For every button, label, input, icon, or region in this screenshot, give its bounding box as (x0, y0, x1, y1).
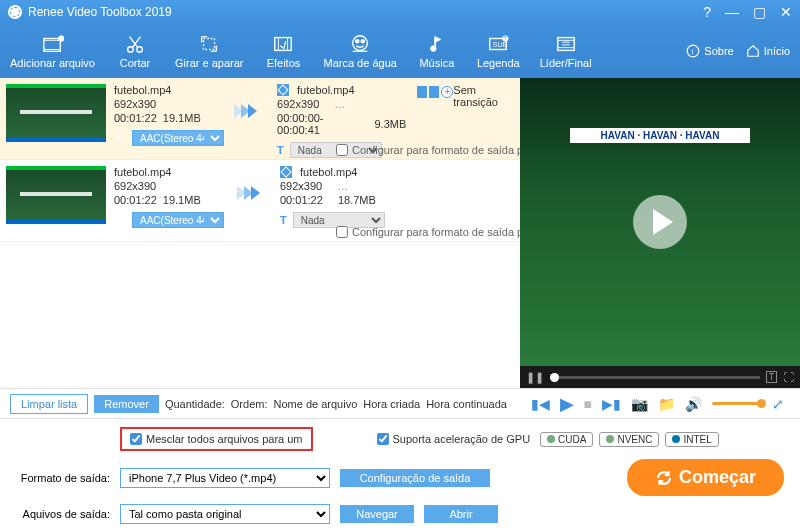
output-config-button[interactable]: Configuração de saída (340, 469, 490, 487)
more-icon[interactable]: … (337, 180, 348, 192)
music-button[interactable]: Música (407, 24, 467, 78)
file-row[interactable]: futebol.mp4 692x390 00:01:22 19.1MB AAC(… (0, 160, 520, 242)
src-size: 19.1MB (163, 112, 201, 124)
open-folder-button[interactable]: 📁 (658, 396, 675, 412)
watermark-button[interactable]: Marca de água (313, 24, 406, 78)
start-button[interactable]: Começar (627, 459, 784, 496)
volume-slider[interactable] (712, 402, 762, 405)
text-icon: T (277, 144, 284, 156)
gpu-checkbox[interactable] (377, 433, 389, 445)
prev-button[interactable]: ▮◀ (531, 396, 550, 412)
merge-checkbox[interactable] (130, 433, 142, 445)
help-icon[interactable]: ? (703, 4, 711, 20)
out-resolution: 692x390 (277, 98, 319, 110)
out-filename: futebol.mp4 (297, 84, 354, 96)
main-toolbar: Adicionar arquivo Cortar Girar e aparar … (0, 24, 800, 78)
out-size: 9.3MB (375, 118, 407, 130)
order-continued[interactable]: Hora continuada (426, 398, 507, 410)
volume-icon[interactable]: 🔊 (685, 396, 702, 412)
cut-label: Cortar (120, 57, 151, 69)
svg-rect-4 (204, 39, 215, 50)
nvenc-badge: NVENC (599, 432, 659, 447)
thumbnail (6, 166, 106, 224)
src-size: 19.1MB (163, 194, 201, 206)
pad-checkbox[interactable] (336, 226, 348, 238)
svg-point-7 (356, 39, 360, 43)
start-label: Começar (679, 467, 756, 488)
preview-panel: HAVAN · HAVAN · HAVAN ❚❚ 🅃 ⛶ (520, 78, 800, 388)
pad-checkbox[interactable] (336, 144, 348, 156)
src-resolution: 692x390 (114, 98, 224, 110)
watermark-label: Marca de água (323, 57, 396, 69)
effects-label: Efeitos (267, 57, 301, 69)
clear-list-button[interactable]: Limpar lista (10, 394, 88, 414)
fullscreen-icon[interactable]: ⛶ (783, 371, 794, 383)
edit-icon[interactable] (280, 166, 292, 178)
refresh-icon (655, 469, 673, 487)
transition-icon[interactable]: + (417, 86, 453, 98)
pad-label: Configurar para formato de saída pad (352, 144, 520, 156)
next-button[interactable]: ▶▮ (602, 396, 621, 412)
timecode-icon[interactable]: 🅃 (766, 371, 777, 383)
play-overlay-icon[interactable] (633, 195, 687, 249)
src-filename: futebol.mp4 (114, 84, 224, 96)
add-file-label: Adicionar arquivo (10, 57, 95, 69)
open-button[interactable]: Abrir (424, 505, 498, 523)
src-filename: futebol.mp4 (114, 166, 226, 178)
list-control-bar: Limpar lista Remover Quantidade: Ordem: … (0, 388, 800, 418)
cuda-badge: CUDA (540, 432, 593, 447)
subtitle-button[interactable]: SUBT Legenda (467, 24, 530, 78)
svg-text:i: i (692, 48, 694, 55)
remove-button[interactable]: Remover (94, 395, 159, 413)
order-by-time[interactable]: Hora criada (363, 398, 420, 410)
fullscreen-button[interactable]: ⤢ (772, 396, 784, 412)
svg-point-9 (430, 46, 436, 52)
cut-button[interactable]: Cortar (105, 24, 165, 78)
out-resolution: 692x390 (280, 180, 322, 192)
output-format-select[interactable]: iPhone 7,7 Plus Video (*.mp4) (120, 468, 330, 488)
edit-icon[interactable] (277, 84, 289, 96)
audio-select[interactable]: AAC(Stereo 44… (132, 130, 224, 146)
order-label: Ordem: (231, 398, 268, 410)
player-controls: ▮◀ ▶ ■ ▶▮ 📷 📁 🔊 ⤢ (531, 393, 790, 415)
titlebar: Renee Video Toolbox 2019 ? — ▢ ✕ (0, 0, 800, 24)
pause-icon[interactable]: ❚❚ (526, 371, 544, 384)
effects-button[interactable]: Efeitos (253, 24, 313, 78)
merge-checkbox-wrap[interactable]: Mesclar todos arquivos para um (120, 427, 313, 451)
home-label: Início (764, 45, 790, 57)
more-icon[interactable]: … (334, 98, 345, 110)
out-duration: 00:01:22 (280, 194, 323, 206)
options-panel: Mesclar todos arquivos para um Suporta a… (0, 418, 800, 531)
transition-label: Sem transição (453, 84, 514, 108)
gpu-checkbox-wrap[interactable]: Suporta aceleração de GPU (377, 433, 531, 445)
order-by-name[interactable]: Nome de arquivo (274, 398, 358, 410)
about-label: Sobre (704, 45, 733, 57)
browse-button[interactable]: Navegar (340, 505, 414, 523)
intro-outro-button[interactable]: Líder/Final (530, 24, 602, 78)
gpu-label: Suporta aceleração de GPU (393, 433, 531, 445)
audio-select[interactable]: AAC(Stereo 44… (132, 212, 224, 228)
app-logo-icon (8, 5, 22, 19)
arrow-icon (224, 84, 269, 138)
text-icon: T (280, 214, 287, 226)
output-format-label: Formato de saída: (10, 472, 110, 484)
out-size: 18.7MB (338, 194, 376, 206)
intel-badge: INTEL (665, 432, 718, 447)
minimize-icon[interactable]: — (725, 4, 739, 20)
home-button[interactable]: Início (746, 44, 790, 58)
maximize-icon[interactable]: ▢ (753, 4, 766, 20)
close-icon[interactable]: ✕ (780, 4, 792, 20)
preview-video[interactable]: HAVAN · HAVAN · HAVAN (520, 78, 800, 366)
about-button[interactable]: i Sobre (686, 44, 733, 58)
rotate-crop-button[interactable]: Girar e aparar (165, 24, 253, 78)
file-row[interactable]: futebol.mp4 692x390 00:01:22 19.1MB AAC(… (0, 78, 520, 160)
output-path-select[interactable]: Tal como pasta original (120, 504, 330, 524)
preview-seekbar[interactable]: ❚❚ 🅃 ⛶ (520, 366, 800, 388)
window-title: Renee Video Toolbox 2019 (28, 5, 172, 19)
rotate-label: Girar e aparar (175, 57, 243, 69)
capture-button[interactable]: 📷 (631, 396, 648, 412)
stop-button[interactable]: ■ (584, 396, 592, 412)
add-file-button[interactable]: Adicionar arquivo (0, 24, 105, 78)
speaker-icon (114, 132, 126, 144)
play-button[interactable]: ▶ (560, 393, 574, 415)
